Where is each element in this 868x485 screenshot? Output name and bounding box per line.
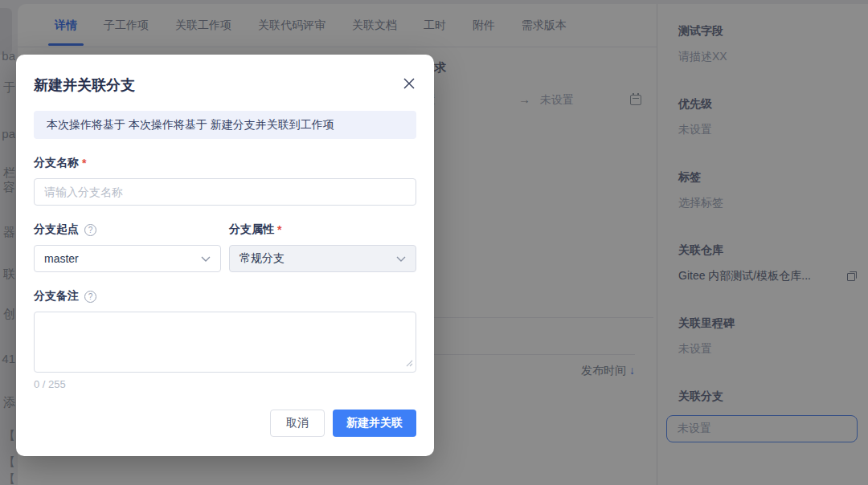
resize-handle-icon[interactable] [406, 357, 413, 369]
branch-name-label: 分支名称 [34, 156, 79, 170]
info-banner: 本次操作将基于 本次操作将基于 新建分支并关联到工作项 [34, 111, 416, 139]
branch-type-value: 常规分支 [240, 251, 285, 266]
close-icon[interactable] [402, 76, 416, 91]
branch-start-label: 分支起点 [34, 222, 79, 237]
chevron-down-icon [201, 256, 211, 262]
branch-type-label: 分支属性 [229, 222, 274, 237]
branch-start-select[interactable]: master [34, 245, 221, 272]
branch-note-textarea[interactable] [34, 312, 416, 373]
cancel-button[interactable]: 取消 [270, 410, 325, 437]
required-mark: * [277, 223, 281, 236]
branch-start-value: master [44, 252, 79, 265]
branch-note-group: 分支备注 ? 0 / 255 [34, 289, 416, 390]
create-branch-modal: 新建并关联分支 本次操作将基于 本次操作将基于 新建分支并关联到工作项 分支名称… [16, 55, 434, 456]
branch-name-input[interactable] [34, 178, 416, 206]
help-icon[interactable]: ? [84, 224, 96, 236]
create-and-link-button[interactable]: 新建并关联 [333, 410, 416, 437]
branch-note-label: 分支备注 [34, 289, 79, 304]
branch-start-group: 分支起点 ? master [34, 222, 221, 272]
branch-name-group: 分支名称 * [34, 156, 416, 206]
branch-type-group: 分支属性 * 常规分支 [229, 222, 416, 272]
char-counter: 0 / 255 [34, 378, 416, 390]
chevron-down-icon [396, 256, 406, 262]
required-mark: * [82, 157, 86, 169]
branch-type-select[interactable]: 常规分支 [229, 245, 416, 272]
help-icon[interactable]: ? [84, 291, 96, 303]
modal-title: 新建并关联分支 [34, 75, 416, 95]
